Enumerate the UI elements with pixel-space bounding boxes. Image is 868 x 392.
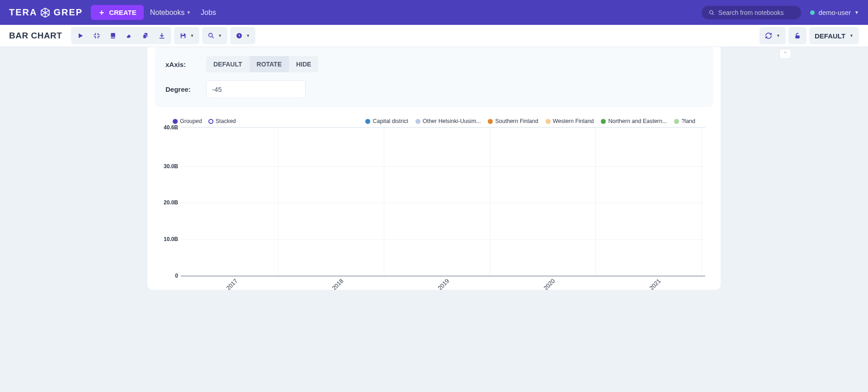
- legend-series[interactable]: Southern Finland: [488, 118, 538, 124]
- caret-down-icon: ▼: [190, 33, 194, 38]
- clear-button[interactable]: [122, 29, 137, 43]
- save-menu-button[interactable]: ▼: [176, 29, 198, 43]
- svg-rect-6: [182, 33, 184, 35]
- interpreter-label: DEFAULT: [815, 32, 845, 40]
- brand-text-left: TERA: [9, 7, 37, 18]
- svg-rect-3: [111, 37, 115, 38]
- legend-series[interactable]: Capital district: [365, 118, 408, 124]
- download-button[interactable]: [154, 29, 170, 43]
- xaxis-rotate-button[interactable]: ROTATE: [250, 56, 289, 72]
- legend-series[interactable]: Western Finland: [546, 118, 594, 124]
- eraser-icon: [126, 32, 133, 39]
- legend-series-label: Capital district: [373, 118, 408, 124]
- svg-rect-7: [182, 36, 185, 38]
- dot-icon: [601, 119, 606, 124]
- copy-icon: [142, 32, 149, 39]
- legend-series-label: Other Helsinki-Uusim...: [423, 118, 481, 124]
- y-tick: 30.0B: [157, 163, 178, 170]
- schedule-button[interactable]: ▼: [232, 29, 254, 43]
- y-tick: 40.6B: [157, 124, 178, 131]
- dot-icon: [365, 119, 370, 124]
- y-tick: 20.0B: [157, 199, 178, 206]
- run-button[interactable]: [73, 29, 88, 43]
- legend-stacked-label: Stacked: [216, 118, 236, 124]
- create-button[interactable]: CREATE: [91, 5, 144, 20]
- legend-series[interactable]: Northern and Eastern...: [601, 118, 667, 124]
- unlock-icon: [794, 32, 801, 39]
- svg-rect-10: [795, 35, 799, 38]
- legend-series-label: Southern Finland: [495, 118, 538, 124]
- x-tick-label: 2017: [225, 278, 239, 290]
- svg-point-1: [710, 10, 713, 14]
- svg-point-8: [209, 33, 212, 37]
- chart-plot: 40.6B 30.0B 20.0B 10.0B 0 20172018201920…: [181, 127, 705, 276]
- x-tick-label: 2019: [436, 278, 450, 290]
- search-box[interactable]: [702, 6, 801, 19]
- copy-button[interactable]: [138, 29, 153, 43]
- y-tick: 0: [157, 273, 178, 279]
- legend-stacked[interactable]: Stacked: [208, 118, 236, 124]
- chart-settings-panel: xAxis: DEFAULT ROTATE HIDE Degree:: [155, 47, 713, 107]
- dot-icon: [488, 119, 493, 124]
- x-tick-label: 2021: [648, 278, 662, 290]
- plus-icon: [98, 9, 105, 16]
- dot-icon: [173, 119, 178, 124]
- degree-label: Degree:: [165, 85, 206, 93]
- floppy-icon: [179, 32, 187, 39]
- refresh-icon: [765, 32, 772, 39]
- search-input[interactable]: [718, 9, 794, 16]
- legend-grouped-label: Grouped: [180, 118, 202, 124]
- user-menu[interactable]: demo-user ▼: [810, 9, 859, 16]
- brand-text-right: GREP: [53, 7, 83, 18]
- user-status-dot: [810, 10, 815, 15]
- x-tick-label: 2018: [330, 278, 344, 290]
- lock-button[interactable]: [788, 27, 807, 44]
- app-header: TERA GREP CREATE Notebooks ▼ Jobs demo-u…: [0, 0, 868, 25]
- interpreter-button[interactable]: DEFAULT ▼: [809, 27, 859, 44]
- nav-jobs[interactable]: Jobs: [201, 9, 216, 17]
- play-icon: [77, 32, 84, 39]
- chart: Grouped Stacked Capital districtOther He…: [155, 118, 713, 276]
- caret-down-icon: ▼: [849, 33, 854, 38]
- canvas: ⌃ xAxis: DEFAULT ROTATE HIDE Degree:: [0, 47, 868, 290]
- caret-down-icon: ▼: [854, 10, 859, 15]
- clock-icon: [236, 32, 243, 39]
- notebook-toolbar: BAR CHART ▼ ▼: [0, 25, 868, 47]
- brand-icon: [40, 7, 51, 18]
- svg-rect-2: [111, 33, 115, 38]
- legend-series-label: ?land: [681, 118, 695, 124]
- refresh-button[interactable]: ▼: [760, 27, 786, 44]
- save-menu-group: ▼: [174, 27, 199, 44]
- ring-icon: [208, 119, 213, 124]
- collapse-cell-button[interactable]: ⌃: [779, 49, 791, 59]
- degree-input[interactable]: [206, 80, 306, 98]
- collapse-icon: [93, 32, 100, 39]
- save-button[interactable]: [105, 29, 121, 43]
- dot-icon: [546, 119, 551, 124]
- run-group: [71, 27, 171, 44]
- notebook-title: BAR CHART: [9, 31, 62, 41]
- legend-series[interactable]: Other Helsinki-Uusim...: [415, 118, 481, 124]
- chart-legends: Grouped Stacked Capital districtOther He…: [155, 118, 713, 124]
- search-menu-button[interactable]: ▼: [204, 29, 226, 43]
- search-icon: [709, 9, 714, 16]
- download-icon: [158, 32, 165, 39]
- book-icon: [109, 32, 117, 39]
- schedule-group: ▼: [230, 27, 255, 44]
- output-card: xAxis: DEFAULT ROTATE HIDE Degree: Group…: [147, 47, 721, 290]
- xaxis-default-button[interactable]: DEFAULT: [206, 56, 250, 72]
- chevron-up-icon: ⌃: [783, 51, 788, 57]
- caret-down-icon: ▼: [218, 33, 222, 38]
- caret-down-icon: ▼: [186, 10, 191, 15]
- dot-icon: [674, 119, 679, 124]
- brand-logo: TERA GREP: [9, 7, 83, 18]
- xaxis-mode-segmented: DEFAULT ROTATE HIDE: [206, 56, 318, 72]
- collapse-button[interactable]: [89, 29, 104, 43]
- nav-notebooks[interactable]: Notebooks ▼: [150, 9, 191, 17]
- dot-icon: [415, 119, 420, 124]
- legend-grouped[interactable]: Grouped: [173, 118, 202, 124]
- search-menu-group: ▼: [202, 27, 227, 44]
- xaxis-hide-button[interactable]: HIDE: [289, 56, 318, 72]
- nav-jobs-label: Jobs: [201, 9, 216, 17]
- legend-series[interactable]: ?land: [674, 118, 695, 124]
